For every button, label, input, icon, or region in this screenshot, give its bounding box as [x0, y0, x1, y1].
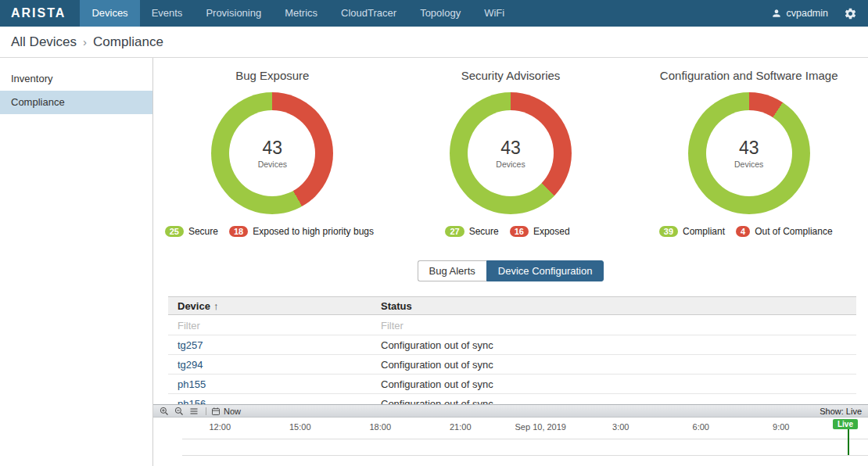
legend-label-exposed: Exposed to high priority bugs [253, 226, 374, 237]
nav-item-devices[interactable]: Devices [80, 0, 139, 27]
main-nav: Devices Events Provisioning Metrics Clou… [80, 0, 516, 27]
tick-label: 21:00 [421, 422, 501, 432]
device-link[interactable]: tg257 [178, 339, 203, 351]
device-total-label: Devices [734, 160, 763, 169]
table-tabs: Bug Alerts Device Configuration [153, 260, 868, 281]
legend-badge-exposed: 16 [510, 226, 529, 237]
table-row[interactable]: ph155 Configuration out of sync [168, 375, 856, 394]
donut-center: 43 Devices [706, 110, 792, 196]
device-total-label: Devices [496, 160, 525, 169]
zoom-in-button[interactable] [160, 407, 169, 416]
nav-item-events[interactable]: Events [140, 0, 195, 27]
legend-badge-out-of-compliance: 4 [736, 226, 750, 237]
legend-badge-secure: 27 [445, 226, 464, 237]
legend-label-compliant: Compliant [683, 226, 725, 237]
zoom-in-icon [160, 407, 169, 416]
tick-label: 3:00 [581, 422, 662, 432]
legend-badge-exposed: 18 [229, 226, 248, 237]
nav-item-topology[interactable]: Topology [408, 0, 472, 27]
username: cvpadmin [787, 8, 829, 19]
tab-bug-alerts[interactable]: Bug Alerts [418, 260, 486, 281]
device-filter-input[interactable] [178, 320, 352, 332]
device-link[interactable]: ph155 [178, 378, 206, 390]
chart-bug-exposure: Bug Exposure 43 Devices 25 Secure 18 Exp… [153, 69, 392, 237]
breadcrumb-all-devices[interactable]: All Devices [11, 34, 77, 49]
sidebar: Inventory Compliance [0, 58, 153, 466]
table-filter-row [168, 315, 856, 335]
nav-item-provisioning[interactable]: Provisioning [194, 0, 273, 27]
sidebar-item-inventory[interactable]: Inventory [0, 67, 152, 91]
device-total: 43 [739, 138, 759, 159]
chart-title: Configuration and Software Image [629, 69, 868, 82]
breadcrumb: All Devices›Compliance [0, 27, 868, 58]
tick-label: 18:00 [340, 422, 421, 432]
donut-center: 43 Devices [229, 110, 315, 196]
table-row[interactable]: tg257 Configuration out of sync [168, 335, 856, 355]
zoom-out-button[interactable] [174, 407, 184, 416]
legend-badge-secure: 25 [165, 226, 184, 237]
legend-label-out-of-compliance: Out of Compliance [755, 226, 832, 237]
device-status: Configuration out of sync [371, 378, 856, 390]
tick-label: 15:00 [260, 422, 341, 432]
timeline-axis: 12:00 15:00 18:00 21:00 Sep 10, 2019 3:0… [153, 418, 868, 432]
device-total-label: Devices [258, 160, 287, 169]
live-marker-pin [848, 429, 849, 455]
timeline-gridline [182, 439, 868, 439]
zoom-out-icon [174, 407, 184, 416]
column-header-status[interactable]: Status [371, 300, 856, 312]
calendar-icon [211, 407, 221, 416]
nav-item-metrics[interactable]: Metrics [273, 0, 329, 27]
donut-security-advisories: 43 Devices [450, 92, 572, 214]
jump-to-now-button[interactable]: Now [211, 407, 241, 416]
settings-button[interactable] [841, 7, 868, 20]
timeline-panel: Now Show: Live 12:00 15:00 18:00 21:00 S… [153, 404, 868, 466]
chart-title: Security Advisories [392, 69, 630, 82]
chart-title: Bug Exposure [153, 69, 392, 82]
table-header-row: Device↑ Status [168, 297, 856, 315]
device-status-table: Device↑ Status tg257 Configuration out o… [168, 296, 856, 414]
device-status: Configuration out of sync [371, 339, 856, 351]
tick-label: 12:00 [180, 422, 260, 432]
nav-item-wifi[interactable]: WiFi [472, 0, 516, 27]
now-label: Now [224, 407, 241, 416]
device-total: 43 [263, 138, 283, 159]
donut-center: 43 Devices [468, 110, 554, 196]
header-right: cvpadmin [759, 0, 868, 27]
legend-label-secure: Secure [469, 226, 499, 237]
menu-icon [189, 407, 199, 416]
column-header-device[interactable]: Device↑ [168, 300, 371, 312]
timeline-menu-button[interactable] [189, 407, 199, 416]
breadcrumb-current: Compliance [93, 34, 163, 49]
legend-label-exposed: Exposed [533, 226, 570, 237]
toolbar-divider [206, 407, 206, 415]
legend: 25 Secure 18 Exposed to high priority bu… [153, 226, 392, 237]
device-total: 43 [500, 138, 521, 159]
gear-icon [844, 7, 857, 20]
tab-device-configuration[interactable]: Device Configuration [486, 260, 604, 281]
device-status: Configuration out of sync [371, 359, 856, 371]
legend-label-secure: Secure [188, 226, 218, 237]
tick-label: Sep 10, 2019 [500, 422, 581, 432]
sort-asc-icon: ↑ [213, 300, 219, 312]
chart-security-advisories: Security Advisories 43 Devices 27 Secure… [392, 69, 630, 237]
legend-badge-compliant: 39 [659, 226, 678, 237]
main-panel: Bug Exposure 43 Devices 25 Secure 18 Exp… [153, 58, 868, 466]
nav-item-cloudtracer[interactable]: CloudTracer [329, 0, 408, 27]
compliance-charts: Bug Exposure 43 Devices 25 Secure 18 Exp… [153, 58, 868, 237]
table-row[interactable]: tg294 Configuration out of sync [168, 355, 856, 375]
top-navbar: ARISTA Devices Events Provisioning Metri… [0, 0, 868, 27]
chart-config-software-image: Configuration and Software Image 43 Devi… [629, 69, 868, 237]
status-filter-input[interactable] [381, 320, 809, 332]
show-mode-control[interactable]: Show: Live [820, 407, 862, 416]
tick-label: 6:00 [661, 422, 741, 432]
sidebar-item-compliance[interactable]: Compliance [0, 91, 152, 114]
user-menu[interactable]: cvpadmin [759, 8, 841, 19]
legend: 39 Compliant 4 Out of Compliance [629, 226, 868, 237]
tick-label: 9:00 [741, 422, 822, 432]
device-link[interactable]: tg294 [178, 359, 203, 371]
donut-bug-exposure: 43 Devices [211, 92, 333, 214]
breadcrumb-separator: › [83, 35, 87, 48]
donut-config-software-image: 43 Devices [688, 92, 810, 214]
user-icon [771, 8, 782, 19]
live-marker-badge[interactable]: Live [833, 419, 858, 429]
